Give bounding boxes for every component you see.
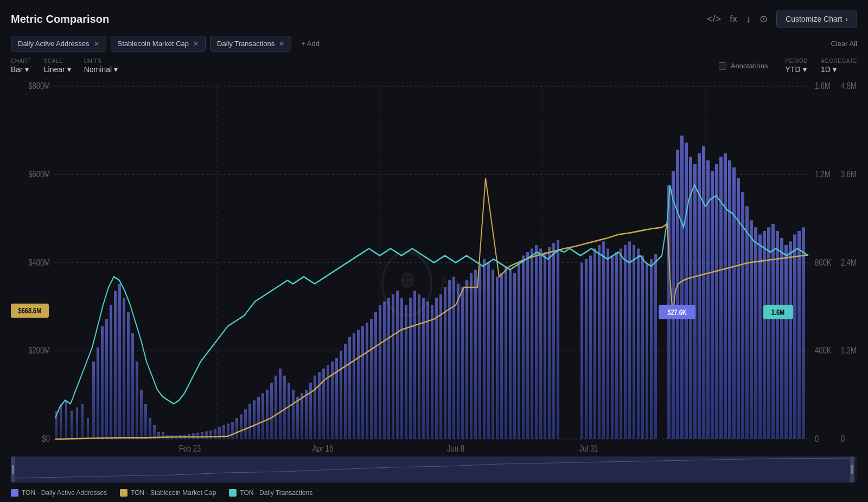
svg-rect-137 [548,247,551,439]
svg-rect-67 [244,409,247,439]
svg-rect-28 [71,411,73,439]
svg-rect-128 [509,270,512,439]
svg-rect-184 [780,238,783,439]
svg-rect-124 [492,270,494,439]
svg-rect-105 [409,298,412,439]
svg-rect-116 [457,284,459,439]
svg-rect-60 [214,429,216,439]
svg-text:4.8M: 4.8M [841,81,857,91]
svg-rect-38 [118,284,121,439]
add-metric-button[interactable]: + Add [296,36,325,51]
svg-rect-103 [400,298,403,439]
svg-rect-114 [448,280,451,439]
formula-icon[interactable]: fx [730,14,737,25]
svg-rect-89 [340,351,342,439]
svg-text:800K: 800K [815,257,831,267]
svg-rect-75 [279,369,282,439]
aggregate-select[interactable]: 1D ▾ [821,65,857,74]
remove-daa-icon[interactable]: ✕ [94,40,99,48]
svg-rect-130 [518,262,520,439]
page-title: Metric Comparison [11,13,109,25]
svg-rect-76 [283,376,286,439]
svg-rect-182 [771,224,775,439]
svg-rect-189 [802,227,805,439]
svg-text:0: 0 [815,433,819,443]
camera-icon[interactable]: ⊙ [760,13,768,25]
svg-text:Apr 16: Apr 16 [312,443,333,453]
svg-rect-177 [750,220,753,439]
svg-rect-39 [123,298,125,439]
code-icon[interactable]: </> [707,14,721,25]
svg-rect-176 [745,206,749,439]
legend-color-daa [11,489,18,497]
svg-rect-104 [405,305,407,439]
metric-tag-daa[interactable]: Daily Active Addresses ✕ [11,36,106,52]
svg-rect-187 [793,234,796,439]
svg-rect-31 [87,418,89,439]
svg-rect-83 [314,376,316,439]
svg-rect-69 [253,400,256,439]
svg-rect-55 [192,434,195,439]
svg-rect-151 [628,241,631,439]
svg-rect-42 [136,362,138,439]
svg-rect-161 [680,136,684,439]
svg-rect-98 [379,305,381,439]
svg-text:Feb 23: Feb 23 [179,443,201,453]
metric-tag-smc[interactable]: Stablecoin Market Cap ✕ [111,36,206,52]
svg-rect-154 [641,255,644,439]
svg-rect-170 [719,157,723,439]
clear-all-button[interactable]: Clear All [831,40,857,48]
metric-tag-dt[interactable]: Daily Transactions ✕ [210,36,291,52]
svg-rect-94 [361,326,364,439]
svg-rect-208 [850,456,854,482]
period-select[interactable]: YTD ▾ [786,65,808,74]
svg-rect-139 [557,240,559,439]
customize-chart-button[interactable]: Customize Chart › [776,10,857,28]
chart-type-select[interactable]: Bar ▾ [11,65,31,74]
svg-rect-149 [620,248,622,439]
svg-rect-168 [711,171,714,439]
svg-text:$200M: $200M [28,345,50,356]
svg-rect-92 [353,333,355,439]
svg-text:⊕: ⊕ [400,267,414,293]
svg-rect-147 [611,255,614,439]
main-chart-svg: $800M $600M $400M $200M $0 1.6M 1.2M 800… [11,79,857,453]
svg-rect-36 [110,305,112,439]
svg-rect-180 [763,231,766,439]
svg-rect-45 [149,418,151,439]
svg-rect-99 [383,301,386,439]
download-icon[interactable]: ↓ [746,14,751,25]
svg-rect-96 [370,319,373,439]
svg-rect-66 [240,414,242,439]
units-select[interactable]: Nominal ▾ [84,65,118,74]
remove-smc-icon[interactable]: ✕ [193,40,199,48]
annotations-checkbox[interactable] [719,62,726,70]
svg-rect-188 [797,231,801,439]
svg-rect-125 [496,277,499,439]
svg-rect-73 [270,383,273,439]
svg-text:$800M: $800M [28,81,50,91]
svg-rect-90 [344,344,347,439]
svg-rect-91 [348,337,351,439]
svg-rect-58 [205,432,208,439]
remove-dt-icon[interactable]: ✕ [279,40,284,48]
svg-rect-204 [14,456,852,482]
svg-rect-183 [776,231,779,439]
svg-rect-93 [357,330,360,439]
svg-rect-64 [231,422,234,439]
legend-item-daa: TON - Daily Active Addresses [11,489,107,497]
svg-rect-95 [366,323,368,439]
svg-rect-79 [296,397,299,439]
svg-rect-164 [693,164,697,439]
period-control: PERIOD YTD ▾ [786,58,808,74]
svg-rect-205 [11,456,15,482]
svg-rect-162 [685,143,688,439]
svg-rect-136 [544,252,546,439]
svg-rect-166 [702,146,705,439]
range-selector[interactable] [11,456,857,482]
annotations-toggle[interactable]: Annotations [719,62,768,70]
scale-select[interactable]: Linear ▾ [44,65,71,74]
svg-rect-135 [539,248,542,439]
svg-rect-78 [292,390,295,439]
svg-rect-143 [593,248,596,439]
